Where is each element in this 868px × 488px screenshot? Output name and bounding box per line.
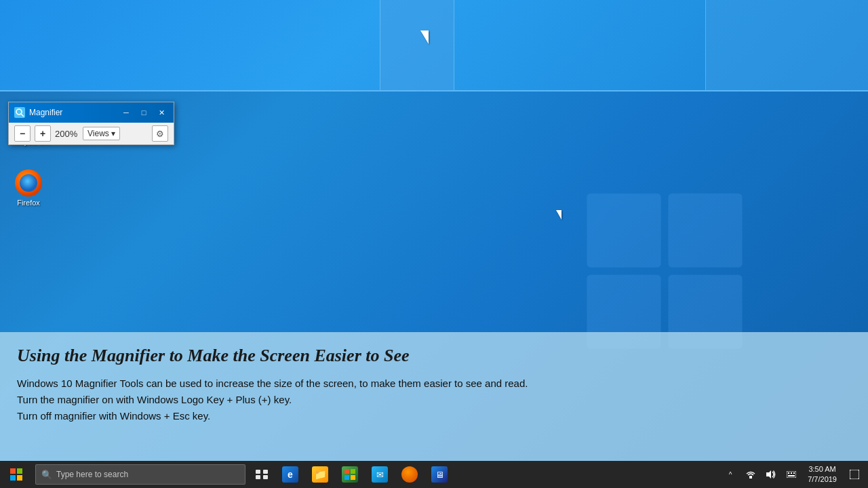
- mag-rect-right: [705, 0, 868, 92]
- svg-rect-0: [587, 193, 660, 267]
- start-button[interactable]: [0, 461, 33, 488]
- magnifier-toolbar: − + 200% Views ▾ ⚙: [9, 123, 174, 144]
- tray-volume-icon[interactable]: [762, 461, 781, 488]
- svg-rect-30: [791, 472, 792, 474]
- system-tray: ^ 3:50 AM: [721, 461, 868, 488]
- magnifier-settings-button[interactable]: ⚙: [152, 125, 168, 142]
- tray-network-icon[interactable]: [741, 461, 760, 488]
- svg-rect-31: [793, 472, 795, 474]
- clock-date: 7/7/2019: [808, 474, 837, 485]
- taskbar-app-ie[interactable]: e: [275, 461, 305, 488]
- tray-keyboard-icon[interactable]: [782, 461, 801, 488]
- svg-marker-27: [766, 470, 771, 479]
- search-icon: 🔍: [41, 470, 52, 480]
- svg-rect-24: [351, 475, 355, 480]
- svg-rect-28: [787, 471, 796, 478]
- firefox-label: Firefox: [8, 199, 49, 207]
- taskbar-app-remote[interactable]: 🖥: [425, 461, 454, 488]
- svg-rect-1: [668, 193, 742, 267]
- taskbar: 🔍 Type here to search e 📁 ✉: [0, 461, 868, 488]
- svg-point-11: [16, 109, 22, 115]
- svg-rect-18: [263, 470, 268, 474]
- mail-icon: ✉: [372, 466, 388, 483]
- search-bar[interactable]: 🔍 Type here to search: [35, 464, 245, 485]
- svg-rect-21: [344, 469, 349, 474]
- svg-rect-22: [351, 469, 355, 474]
- firefox-desktop-icon[interactable]: Firefox: [8, 169, 49, 207]
- svg-rect-19: [256, 475, 260, 479]
- explorer-icon: 📁: [312, 466, 328, 483]
- info-overlay: Using the Magnifier to Make the Screen E…: [0, 332, 868, 461]
- taskbar-app-explorer[interactable]: 📁: [305, 461, 335, 488]
- svg-line-12: [21, 114, 24, 117]
- desktop-cursor: [556, 210, 561, 220]
- views-chevron-icon: ▾: [111, 129, 115, 138]
- svg-rect-14: [17, 468, 22, 474]
- taskbar-app-firefox[interactable]: [395, 461, 425, 488]
- remote-icon: 🖥: [431, 466, 448, 483]
- firefox-taskbar-icon: [401, 466, 418, 483]
- info-line-3: Turn off magnifier with Windows + Esc ke…: [17, 408, 851, 424]
- system-clock[interactable]: 3:50 AM 7/7/2019: [802, 461, 842, 488]
- clock-time: 3:50 AM: [808, 464, 835, 474]
- tray-show-hidden-button[interactable]: ^: [721, 461, 740, 488]
- notification-center-button[interactable]: [844, 461, 865, 488]
- svg-rect-25: [749, 476, 752, 479]
- magnifier-view: [0, 0, 868, 92]
- firefox-icon-image: [15, 169, 42, 197]
- mag-rect-left: [380, 0, 454, 92]
- info-line-2: Turn the magnifier on with Windows Logo …: [17, 392, 851, 408]
- magnifier-titlebar: Magnifier ─ □ ✕: [9, 102, 174, 123]
- info-body: Windows 10 Magnifier Tools can be used t…: [17, 375, 851, 424]
- svg-rect-16: [17, 475, 22, 481]
- info-title: Using the Magnifier to Make the Screen E…: [17, 346, 851, 366]
- svg-rect-29: [788, 472, 789, 474]
- magnifier-title-icon: [14, 107, 25, 118]
- magnifier-zoom-level: 200%: [55, 129, 79, 139]
- magnifier-views-button[interactable]: Views ▾: [83, 127, 120, 140]
- taskbar-app-mail[interactable]: ✉: [365, 461, 395, 488]
- magnifier-zoom-in-button[interactable]: +: [35, 125, 51, 142]
- svg-rect-33: [850, 470, 859, 479]
- desktop: ♻ Recycle Bin Magnifier ─ □ ✕ − + 200% V…: [0, 0, 868, 461]
- task-view-button[interactable]: [248, 461, 275, 488]
- svg-rect-32: [788, 475, 795, 476]
- svg-rect-20: [263, 475, 268, 479]
- svg-rect-13: [10, 468, 16, 474]
- magnifier-zoom-out-button[interactable]: −: [14, 125, 31, 142]
- magnifier-close-button[interactable]: ✕: [155, 106, 168, 119]
- magnifier-minimize-button[interactable]: ─: [119, 106, 133, 119]
- store-icon: [342, 466, 358, 483]
- ie-icon: e: [282, 466, 298, 483]
- search-placeholder: Type here to search: [56, 470, 128, 479]
- magnifier-maximize-button[interactable]: □: [137, 106, 151, 119]
- svg-rect-17: [256, 470, 260, 474]
- magnifier-title-text: Magnifier: [29, 108, 115, 117]
- svg-rect-23: [344, 475, 349, 480]
- gear-icon: ⚙: [156, 129, 164, 139]
- svg-rect-15: [10, 475, 16, 481]
- taskbar-app-store[interactable]: [335, 461, 365, 488]
- magnifier-window: Magnifier ─ □ ✕ − + 200% Views ▾ ⚙: [8, 102, 174, 145]
- info-line-1: Windows 10 Magnifier Tools can be used t…: [17, 375, 851, 392]
